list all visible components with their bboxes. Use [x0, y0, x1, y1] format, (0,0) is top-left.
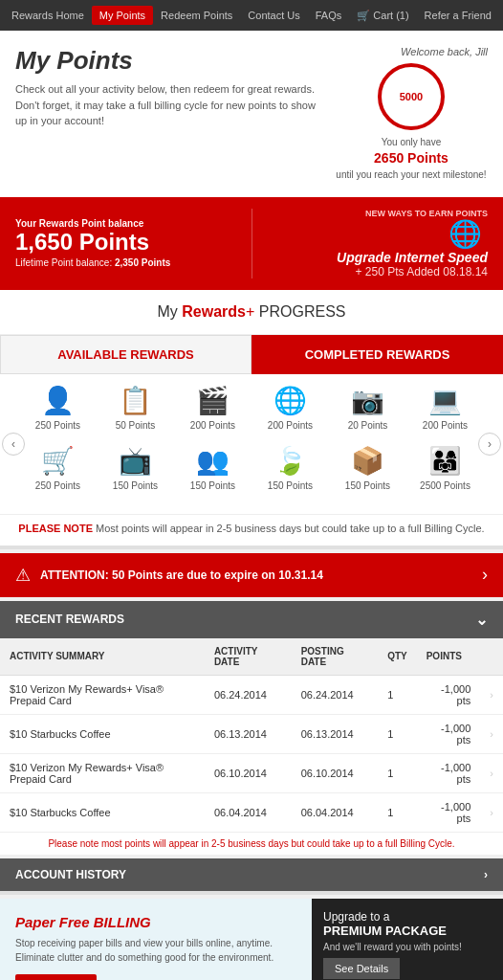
recent-rewards-chevron: ⌄: [475, 611, 488, 629]
paper-free-title: Paper Free BILLING: [15, 914, 296, 930]
reward-icon-10: 🍃: [257, 444, 324, 479]
reward-item-11[interactable]: 📦 150 Points: [335, 444, 402, 491]
rewards-tabs: AVAILABLE REWARDS COMPLETED REWARDS: [0, 335, 503, 374]
table-row[interactable]: $10 Starbucks Coffee 06.04.2014 06.04.20…: [0, 792, 503, 832]
row3-qty: 1: [378, 753, 417, 792]
reward-icon-5: 📷: [335, 384, 402, 418]
nav-redeem-points[interactable]: Redeem Points: [153, 10, 240, 21]
reward-item-6[interactable]: 💻 200 Points: [412, 384, 479, 431]
reward-item-3[interactable]: 🎬 200 Points: [180, 384, 247, 431]
reward-pts-2: 50 Points: [102, 420, 169, 431]
premium-title: Upgrade to aPREMIUM PACKAGE: [323, 910, 492, 938]
reward-item-2[interactable]: 📋 50 Points: [102, 384, 169, 431]
table-row[interactable]: $10 Verizon My Rewards+ Visa® Prepaid Ca…: [0, 675, 503, 714]
row1-arrow: ›: [480, 675, 503, 714]
rewards-progress-section: My Rewards+ PROGRESS AVAILABLE REWARDS C…: [0, 290, 503, 546]
nav-cart[interactable]: 🛒 Cart (1): [349, 10, 416, 22]
table-row[interactable]: $10 Starbucks Coffee 06.13.2014 06.13.20…: [0, 714, 503, 753]
reward-pts-6: 200 Points: [412, 420, 479, 431]
table-row[interactable]: $10 Verizon My Rewards+ Visa® Prepaid Ca…: [0, 753, 503, 792]
earn-label: NEW WAYS TO EARN POINTS: [262, 209, 489, 218]
reward-item-12[interactable]: 👨‍👩‍👧 2500 Points: [412, 444, 479, 491]
recent-rewards-label: RECENT REWARDS: [15, 612, 124, 626]
row3-activity-date: 06.10.2014: [205, 753, 292, 792]
row4-activity-date: 06.04.2014: [205, 792, 292, 832]
circle-number: 5000: [400, 91, 423, 102]
paper-free-right: Upgrade to aPREMIUM PACKAGE And we'll re…: [312, 899, 503, 980]
nav-contact-us[interactable]: Contact Us: [240, 10, 307, 21]
reward-pts-9: 150 Points: [180, 480, 247, 491]
row4-arrow: ›: [480, 792, 503, 832]
paper-free-desc: Stop receiving paper bills and view your…: [15, 936, 296, 965]
col-activity-date: ACTIVITY DATE: [205, 638, 292, 676]
reward-icon-3: 🎬: [180, 384, 247, 418]
nav-my-points[interactable]: My Points: [92, 6, 153, 25]
nav-rewards-home[interactable]: Rewards Home: [4, 10, 92, 21]
col-posting-date: POSTING DATE: [292, 638, 378, 676]
reward-item-1[interactable]: 👤 250 Points: [25, 384, 92, 431]
see-details-button[interactable]: See Details: [323, 958, 400, 979]
reward-item-9[interactable]: 👥 150 Points: [180, 444, 247, 491]
welcome-text: Welcome back, Jill: [335, 46, 488, 57]
row3-points: -1,000 pts: [417, 753, 481, 792]
reward-item-10[interactable]: 🍃 150 Points: [257, 444, 324, 491]
tab-completed-rewards[interactable]: COMPLETED REWARDS: [252, 335, 503, 374]
premium-desc: And we'll reward you with points!: [323, 942, 492, 952]
points-circle: 5000: [378, 63, 445, 130]
earn-pts: + 250 Pts Added 08.18.14: [262, 265, 489, 278]
reward-item-5[interactable]: 📷 20 Points: [335, 384, 402, 431]
reward-pts-5: 20 Points: [335, 420, 402, 431]
reward-item-4[interactable]: 🌐 200 Points: [257, 384, 324, 431]
recent-rewards-header[interactable]: RECENT REWARDS ⌄: [0, 601, 503, 638]
tab-available-rewards[interactable]: AVAILABLE REWARDS: [0, 335, 252, 374]
header-banner: My Points Check out all your activity be…: [0, 31, 503, 197]
reward-pts-4: 200 Points: [257, 420, 324, 431]
grid-next-arrow[interactable]: ›: [478, 433, 501, 456]
attention-text: ATTENTION: 50 Points are due to expire o…: [40, 568, 472, 582]
reward-icon-12: 👨‍👩‍👧: [412, 444, 479, 479]
warning-icon: ⚠: [15, 565, 31, 586]
milestone-points: 2650 Points: [374, 150, 448, 166]
page-title: My Points: [15, 46, 325, 76]
reward-pts-7: 250 Points: [25, 480, 92, 491]
row4-posting-date: 06.04.2014: [292, 792, 378, 832]
reward-icon-4: 🌐: [257, 384, 324, 418]
row4-summary: $10 Starbucks Coffee: [0, 792, 205, 832]
nav-refer-friend[interactable]: Refer a Friend: [417, 10, 499, 21]
rewards-row-1: 👤 250 Points 📋 50 Points 🎬 200 Points 🌐 …: [19, 384, 484, 431]
balance-value: 1,650 Points: [15, 229, 242, 256]
row3-summary: $10 Verizon My Rewards+ Visa® Prepaid Ca…: [0, 753, 205, 792]
row1-summary: $10 Verizon My Rewards+ Visa® Prepaid Ca…: [0, 675, 205, 714]
row1-points: -1,000 pts: [417, 675, 481, 714]
nav-faqs[interactable]: FAQs: [308, 10, 350, 21]
grid-prev-arrow[interactable]: ‹: [2, 433, 25, 456]
globe-icon: 🌐: [262, 218, 483, 250]
rewards-progress-title: My Rewards+ PROGRESS: [0, 290, 503, 335]
milestone-text: You only have 2650 Points until you reac…: [335, 136, 488, 182]
lifetime-balance: Lifetime Point balance: 2,350 Points: [15, 257, 242, 268]
points-bar-right: NEW WAYS TO EARN POINTS 🌐 Upgrade Intern…: [252, 209, 489, 278]
top-nav: Rewards Home My Points Redeem Points Con…: [0, 0, 503, 31]
col-activity-summary: ACTIVITY SUMMARY: [0, 638, 205, 676]
reward-icon-11: 📦: [335, 444, 402, 479]
account-history-header[interactable]: ACCOUNT HISTORY ›: [0, 858, 503, 891]
reward-item-7[interactable]: 🛒 250 Points: [25, 444, 92, 491]
row4-qty: 1: [378, 792, 417, 832]
paper-free-left: Paper Free BILLING Stop receiving paper …: [0, 899, 312, 980]
divider-2: [0, 891, 503, 895]
col-qty: QTY: [378, 638, 417, 676]
row2-activity-date: 06.13.2014: [205, 714, 292, 753]
row1-qty: 1: [378, 675, 417, 714]
row2-arrow: ›: [480, 714, 503, 753]
enroll-now-button[interactable]: Enroll Now: [15, 974, 97, 980]
reward-pts-8: 150 Points: [102, 480, 169, 491]
table-footnote: Please note most points will appear in 2…: [0, 833, 503, 855]
reward-item-8[interactable]: 📺 150 Points: [102, 444, 169, 491]
divider-1: [0, 546, 503, 549]
attention-banner[interactable]: ⚠ ATTENTION: 50 Points are due to expire…: [0, 553, 503, 597]
header-right: Welcome back, Jill 5000 You only have 26…: [335, 46, 488, 182]
row2-points: -1,000 pts: [417, 714, 481, 753]
reward-icon-2: 📋: [102, 384, 169, 418]
row2-posting-date: 06.13.2014: [292, 714, 378, 753]
row1-activity-date: 06.24.2014: [205, 675, 292, 714]
